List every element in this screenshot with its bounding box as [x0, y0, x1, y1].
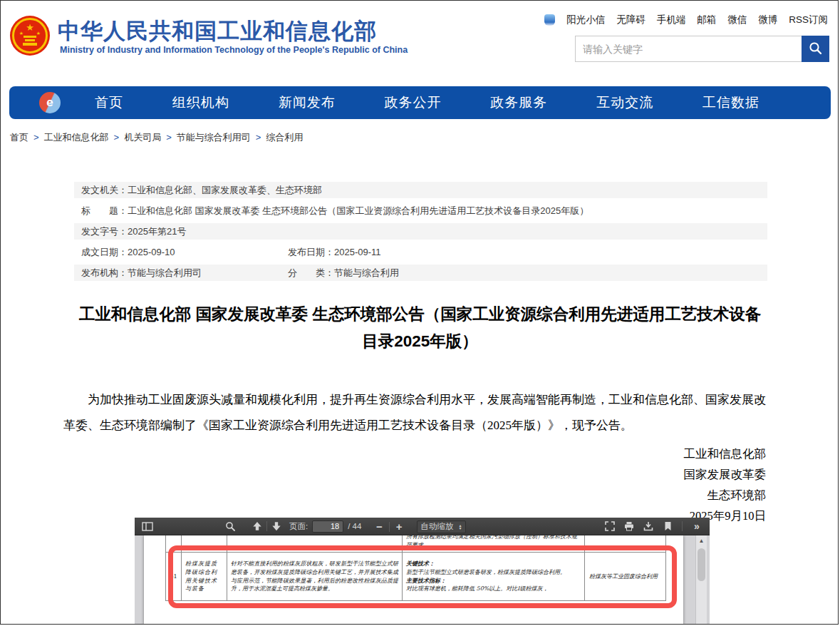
top-link-accessibility[interactable]: 无障碍 [616, 14, 645, 26]
top-link-wechat[interactable]: 微信 [727, 14, 747, 26]
svg-text:★: ★ [36, 31, 41, 36]
print-icon[interactable] [622, 519, 636, 533]
breadcrumb-energy-dept[interactable]: 节能与综合利用司 [177, 132, 251, 143]
catalog-table: 所有排放检测结果均满足相关国家污染物排放（控制）标准和技术规范要求。 31 粉煤… [165, 535, 666, 601]
top-link-mail[interactable]: 邮箱 [697, 14, 716, 26]
nav-item-gov-services[interactable]: 政务服务 [490, 93, 547, 112]
table-row-previous: 所有排放检测结果均满足相关国家污染物排放（控制）标准和技术规范要求。 [166, 535, 666, 553]
miit-gear-logo-icon [39, 92, 61, 113]
meta-value: 节能与综合利用 [334, 265, 399, 281]
nav-item-home[interactable]: 首页 [95, 93, 123, 112]
nav-item-interaction[interactable]: 互动交流 [596, 93, 653, 112]
pdf-page: 所有排放检测结果均满足相关国家污染物排放（控制）标准和技术规范要求。 31 粉煤… [144, 535, 683, 625]
breadcrumb-separator: > [33, 132, 39, 143]
meta-value: 2025-09-11 [334, 244, 381, 260]
nav-item-gov-affairs[interactable]: 政务公开 [384, 93, 441, 112]
meta-label: 标 题： [81, 202, 128, 219]
prev-row-tech-cell: 所有排放检测结果均满足相关国家污染物排放（控制）标准和技术规范要求。 [403, 535, 585, 553]
top-link-rss[interactable]: RSS订阅 [789, 14, 828, 26]
search-bar [575, 36, 829, 62]
breadcrumb-separator: > [166, 132, 172, 143]
signature-line: 工业和信息化部 [684, 443, 767, 464]
presentation-mode-icon[interactable] [603, 519, 617, 533]
meta-row-doc-number: 发文字号： 2025年第21号 [74, 223, 767, 240]
meta-label: 发文字号： [81, 223, 128, 240]
top-link-mobile[interactable]: 手机端 [657, 14, 686, 26]
site-title: 中华人民共和国工业和信息化部 [58, 16, 377, 46]
page: ★ ★ ★ 中华人民共和国工业和信息化部 Ministry of Industr… [0, 0, 839, 625]
meta-row-issuing-agency: 发文机关： 工业和信息化部、国家发展改革委、生态环境部 [74, 182, 767, 198]
nav-item-organization[interactable]: 组织机构 [172, 93, 229, 112]
signature-line: 国家发展改革委 [684, 464, 767, 485]
breadcrumb-separator: > [114, 132, 120, 143]
signature-line: 生态环境部 [684, 485, 767, 506]
meta-label: 发文机关： [81, 182, 128, 198]
meta-label: 分 类： [288, 265, 334, 281]
nav-item-news[interactable]: 新闻发布 [279, 93, 336, 112]
meta-row-dates: 成文日期： 2025-09-10 发布日期： 2025-09-11 [74, 244, 767, 260]
zoom-mode-select[interactable]: 自动缩放 ▴▾ [417, 520, 466, 533]
download-icon[interactable] [641, 519, 655, 533]
select-caret-icon: ▴▾ [460, 524, 462, 530]
meta-value: 工业和信息化部 国家发展改革委 生态环境部公告（国家工业资源综合利用先进适用工艺… [128, 202, 588, 219]
indicator-text: 对比现有球磨机，能耗降低 50%以上。对比I级粉煤灰， [406, 585, 581, 593]
tech-name-cell: 粉煤灰提质降碳综合利用关键技术与装备 [182, 553, 227, 601]
top-link-weibo[interactable]: 微博 [758, 14, 777, 26]
breadcrumb-miit[interactable]: 工业和信息化部 [44, 132, 109, 143]
indicator-title: 主要技术指标： [406, 577, 581, 585]
key-tech-text: 新型干法节能型立式研磨装备研发，粉煤灰提质降碳综合利用。 [406, 568, 581, 577]
pdf-viewer: 页面: / 44 − + 自动缩放 ▴▾ [135, 518, 710, 625]
search-input[interactable] [575, 36, 802, 62]
tech-description-cell: 针对不能直接利用的粉煤灰原状粗灰，研发新型干法节能型立式研磨装备，开发粉煤灰提质… [227, 553, 403, 601]
signature-block: 工业和信息化部 国家发展改革委 生态环境部 2025年9月10日 [684, 443, 767, 526]
meta-row-title: 标 题： 工业和信息化部 国家发展改革委 生态环境部公告（国家工业资源综合利用先… [74, 202, 767, 219]
zoom-out-button[interactable]: − [372, 520, 387, 534]
more-tools-button[interactable]: » [690, 519, 704, 533]
find-icon[interactable] [223, 519, 237, 533]
breadcrumb-separator: > [256, 132, 261, 143]
scroll-up-arrow-icon[interactable]: ▲ [696, 535, 707, 547]
category-cell: 粉煤灰等工业固废综合利用 [585, 553, 666, 601]
breadcrumb: 首页>工业和信息化部>机关司局>节能与综合利用司>综合利用 [10, 131, 303, 144]
meta-value: 工业和信息化部、国家发展改革委、生态环境部 [128, 182, 322, 198]
key-tech-title: 关键技术： [406, 560, 581, 568]
page-up-icon[interactable] [250, 519, 264, 533]
page-label: 页面: [289, 521, 308, 532]
bookmark-icon[interactable] [660, 519, 675, 533]
page-number-input[interactable] [312, 520, 343, 533]
nav-items: 首页 组织机构 新闻发布 政务公开 政务服务 互动交流 工信数据 [61, 93, 831, 112]
svg-text:★: ★ [26, 22, 34, 33]
meta-value: 2025年第21号 [128, 223, 186, 240]
meta-value: 2025-09-10 [128, 244, 175, 260]
assistant-icon [544, 14, 555, 26]
nav-item-data[interactable]: 工信数据 [702, 93, 759, 112]
pdf-toolbar: 页面: / 44 − + 自动缩放 ▴▾ [135, 518, 710, 535]
table-row-31: 31 粉煤灰提质降碳综合利用关键技术与装备 针对不能直接利用的粉煤灰原状粗灰，研… [166, 553, 666, 601]
site-subtitle: Ministry of Industry and Information Tec… [60, 45, 408, 55]
article-paragraph: 为加快推动工业固废源头减量和规模化利用，提升再生资源综合利用水平，发展高端智能再… [63, 387, 777, 438]
meta-value: 节能与综合利用司 [128, 265, 202, 281]
zoom-in-button[interactable]: + [392, 520, 407, 534]
pdf-scrollbar[interactable]: ▲ [695, 535, 707, 625]
national-emblem-icon: ★ ★ ★ [8, 15, 52, 57]
scrollbar-thumb[interactable] [698, 548, 705, 581]
top-link-assistant[interactable]: 阳光小信 [566, 14, 605, 26]
search-button[interactable] [802, 36, 829, 62]
breadcrumb-departments[interactable]: 机关司局 [124, 132, 161, 143]
breadcrumb-home[interactable]: 首页 [10, 132, 28, 143]
document-meta-table: 发文机关： 工业和信息化部、国家发展改革委、生态环境部 标 题： 工业和信息化部… [74, 182, 767, 285]
search-icon [809, 41, 822, 57]
meta-label: 发布日期： [288, 244, 334, 260]
key-tech-cell: 关键技术： 新型干法节能型立式研磨装备研发，粉煤灰提质降碳综合利用。 主要技术指… [403, 553, 585, 601]
meta-label: 发布机构： [81, 265, 128, 281]
page-down-icon[interactable] [269, 519, 284, 533]
row-number-cell: 31 [166, 553, 182, 601]
sidebar-toggle-icon[interactable] [140, 519, 155, 533]
page-total: / 44 [348, 522, 361, 530]
svg-text:★: ★ [19, 31, 24, 36]
breadcrumb-comprehensive-use[interactable]: 综合利用 [266, 132, 303, 143]
main-navbar: 首页 组织机构 新闻发布 政务公开 政务服务 互动交流 工信数据 [9, 86, 831, 119]
page-title: 工业和信息化部 国家发展改革委 生态环境部公告（国家工业资源综合利用先进适用工艺… [72, 301, 768, 355]
top-utility-links: 阳光小信 无障碍 手机端 邮箱 微信 微博 RSS订阅 [544, 14, 828, 26]
zoom-mode-value: 自动缩放 [421, 521, 454, 532]
